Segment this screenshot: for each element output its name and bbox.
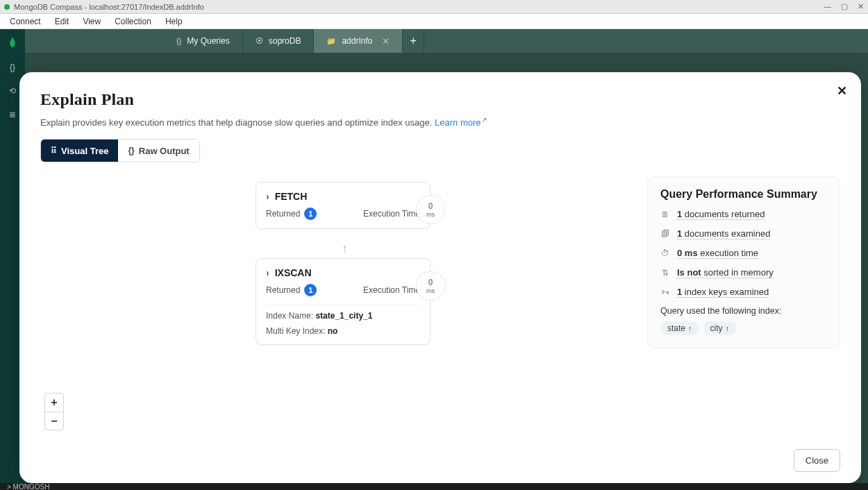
window-close-button[interactable]: ✕ [858, 2, 864, 11]
menu-view[interactable]: View [76, 17, 108, 26]
execution-time-clock: 0 ms [416, 195, 445, 224]
arrow-up-icon: ↑ [342, 242, 348, 256]
stage-name: IXSCAN [275, 267, 312, 278]
mongosh-bar[interactable]: > MONGOSH [0, 483, 868, 490]
tab-addrinfo[interactable]: 📁 addrInfo ✕ [314, 29, 403, 53]
modal-title: Explain Plan [40, 90, 840, 109]
zoom-out-button[interactable]: − [45, 412, 63, 430]
index-chips: state ↑ city ↑ [660, 321, 827, 335]
tabstrip: {} My Queries ⦿ soproDB 📁 addrInfo ✕ + [25, 29, 868, 53]
window-titlebar: MongoDB Compass - localhost:27017/IndexD… [0, 0, 868, 14]
modal-close-icon[interactable]: ✕ [837, 83, 847, 99]
menu-help[interactable]: Help [158, 17, 190, 26]
returned-label: Returned [266, 209, 300, 219]
summary-documents-examined: 🗐 1 documents examined [660, 228, 827, 239]
zoom-controls: + − [44, 393, 64, 430]
modal-subtitle: Explain provides key execution metrics t… [40, 116, 840, 128]
index-chip-state: state ↑ [660, 321, 699, 335]
examine-icon: 🗐 [660, 229, 670, 239]
menu-connect[interactable]: Connect [3, 17, 48, 26]
tab-label: addrInfo [342, 36, 372, 46]
stage-fetch[interactable]: › FETCH Returned 1 Execution Time 0 ms [256, 182, 431, 229]
folder-icon: 📁 [326, 37, 336, 46]
summary-sorted-in-memory: ⇅ Is not sorted in memory [660, 267, 827, 278]
key-icon: 🗝 [660, 287, 670, 297]
sorted-value: Is not [677, 267, 701, 278]
clock-unit: ms [426, 211, 435, 218]
tab-label: soproDB [269, 36, 301, 46]
window-minimize-button[interactable]: — [824, 2, 831, 11]
returned-label: Returned [266, 285, 300, 295]
arrow-up-icon: ↑ [726, 324, 730, 332]
exec-time-label: Execution Time [363, 209, 420, 219]
tab-my-queries[interactable]: {} My Queries [164, 29, 243, 53]
returned-badge: 1 [304, 208, 317, 220]
external-link-icon: ↗ [481, 116, 487, 124]
document-icon: 🗎 [660, 210, 670, 219]
window-title: MongoDB Compass - localhost:27017/IndexD… [14, 3, 824, 11]
multikey-label: Multi Key Index: [266, 326, 325, 336]
stage-ixscan[interactable]: › IXSCAN Returned 1 Execution Time 0 ms [256, 258, 431, 345]
menubar: Connect Edit View Collection Help [0, 14, 868, 29]
chevron-right-icon[interactable]: › [267, 191, 269, 202]
docs-returned-value: 1 [677, 209, 682, 219]
sidebar-braces-icon[interactable]: {} [10, 62, 15, 72]
app-leaf-icon [4, 4, 10, 10]
exec-time-label: Execution Time [363, 285, 420, 295]
view-toggle: ⠿ Visual Tree {} Raw Output [40, 139, 200, 162]
chip-field: city [710, 323, 723, 333]
index-name-value: state_1_city_1 [315, 311, 372, 321]
arrow-up-icon: ↑ [688, 324, 692, 332]
clock-unit: ms [426, 287, 435, 294]
app-shell: {} ⟲ ≣ {} My Queries ⦿ soproDB 📁 addrInf… [0, 29, 868, 490]
visual-tree-label: Visual Tree [61, 146, 108, 156]
exec-time-value: 0 ms [677, 248, 698, 258]
query-performance-summary: Query Performance Summary 🗎 1 documents … [647, 176, 840, 348]
index-chip-city: city ↑ [703, 321, 737, 335]
menu-collection[interactable]: Collection [108, 17, 158, 26]
clock-number: 0 [428, 201, 433, 211]
sorted-text: sorted in memory [703, 267, 773, 278]
chip-field: state [667, 323, 685, 333]
zoom-in-button[interactable]: + [45, 394, 63, 412]
exec-time-text: execution time [700, 248, 758, 258]
sidebar-performance-icon[interactable]: ⟲ [9, 86, 16, 96]
menu-edit[interactable]: Edit [48, 17, 76, 26]
keys-examined-value: 1 [677, 287, 682, 297]
multikey-value: no [328, 326, 338, 336]
tree-icon: ⠿ [51, 146, 57, 155]
plan-canvas[interactable]: › FETCH Returned 1 Execution Time 0 ms [40, 176, 639, 441]
sort-icon: ⇅ [660, 268, 670, 278]
index-name-row: Index Name: state_1_city_1 [266, 311, 420, 321]
keys-examined-text: index keys examined [685, 287, 769, 297]
docs-examined-text: documents examined [685, 228, 771, 239]
braces-icon: {} [128, 146, 134, 155]
execution-time-clock: 0 ms [416, 271, 445, 301]
stage-name: FETCH [275, 191, 308, 202]
db-icon: ⦿ [256, 37, 263, 45]
returned-badge: 1 [304, 284, 317, 296]
multikey-row: Multi Key Index: no [266, 326, 420, 336]
new-tab-button[interactable]: + [403, 29, 424, 53]
learn-more-link[interactable]: Learn more↗ [435, 117, 486, 128]
index-name-label: Index Name: [266, 311, 313, 321]
braces-icon: {} [176, 37, 181, 45]
visual-tree-tab[interactable]: ⠿ Visual Tree [41, 140, 118, 162]
tab-label: My Queries [187, 36, 229, 46]
summary-index-keys-examined: 🗝 1 index keys examined [660, 287, 827, 298]
raw-output-label: Raw Output [139, 146, 190, 156]
mongodb-leaf-icon [6, 36, 19, 49]
learn-more-label: Learn more [435, 117, 481, 128]
chevron-right-icon[interactable]: › [267, 267, 269, 278]
clock-icon: ⏱ [660, 248, 670, 258]
tab-soprodb[interactable]: ⦿ soproDB [243, 29, 315, 53]
close-button[interactable]: Close [794, 449, 840, 472]
clock-number: 0 [428, 278, 433, 287]
window-maximize-button[interactable]: ▢ [841, 2, 848, 11]
summary-title: Query Performance Summary [660, 188, 827, 201]
sidebar-databases-icon[interactable]: ≣ [9, 110, 16, 119]
docs-examined-value: 1 [677, 228, 682, 239]
tab-close-icon[interactable]: ✕ [382, 36, 390, 47]
raw-output-tab[interactable]: {} Raw Output [118, 140, 199, 162]
docs-returned-text: documents returned [685, 209, 765, 219]
